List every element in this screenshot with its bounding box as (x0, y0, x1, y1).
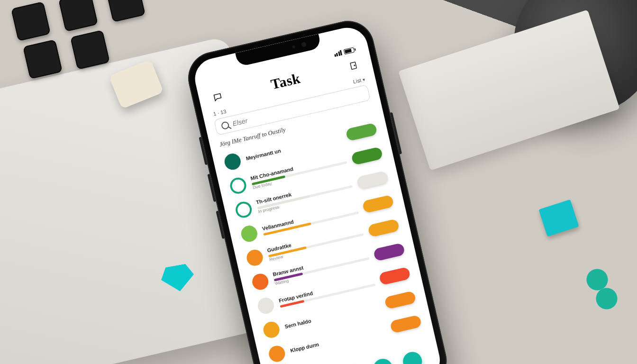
task-icon (228, 176, 248, 195)
task-icon (223, 152, 242, 172)
task-status-pill[interactable] (390, 315, 422, 334)
search-icon (221, 121, 230, 130)
svg-point-1 (354, 65, 355, 66)
svg-rect-0 (350, 62, 356, 70)
meta-left: 1 · 13 (213, 109, 227, 117)
task-status-pill[interactable] (367, 218, 400, 237)
task-icon (267, 344, 287, 364)
dock-button-3[interactable] (372, 357, 394, 364)
dock-button-4[interactable] (401, 350, 424, 364)
task-icon (256, 296, 276, 316)
keyboard-key (23, 39, 63, 79)
task-icon (251, 272, 270, 291)
task-icon (262, 320, 281, 339)
task-list[interactable]: Meyirmantt unMit Cho-anamandDue todayTh-… (221, 118, 427, 364)
task-status-pill[interactable] (362, 194, 394, 213)
signal-icon (334, 50, 343, 57)
keyboard-key (11, 1, 51, 41)
sticky-note (538, 200, 579, 237)
task-status-pill[interactable] (346, 122, 378, 141)
task-status-pill[interactable] (384, 291, 416, 309)
task-status-pill[interactable] (379, 266, 411, 285)
task-status-pill[interactable] (351, 146, 383, 165)
keyboard-key (58, 0, 98, 32)
task-status-pill[interactable] (373, 243, 405, 262)
task-icon (245, 248, 264, 267)
task-status-pill[interactable] (356, 171, 389, 190)
chat-icon[interactable] (209, 88, 227, 106)
task-icon (234, 200, 254, 219)
keyboard-key (70, 30, 110, 70)
cloth-prop (398, 9, 619, 170)
desk-scene: Task 1 · 13 List ▾ (0, 0, 637, 364)
task-icon (239, 224, 259, 244)
meta-right[interactable]: List ▾ (353, 76, 365, 84)
keyboard-key (106, 0, 146, 22)
battery-icon (344, 47, 355, 55)
door-icon[interactable] (345, 56, 363, 74)
